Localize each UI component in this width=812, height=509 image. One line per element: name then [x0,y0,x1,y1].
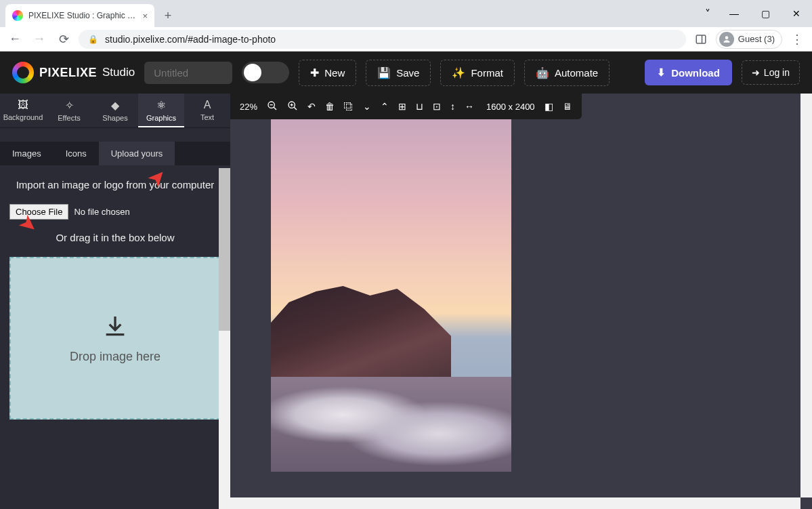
canvas-image[interactable] [271,119,511,472]
logo[interactable]: PIXELIXE Studio [12,62,135,83]
canvas-toolbar: 22% ↶ 🗑 ⿻ ⌄ ⌃ ⊞ ⊔ ⊡ ↕ ↔ 1600 x 2400 ◧ 🖥 [230,94,582,119]
reload-button[interactable]: ⟳ [54,30,73,49]
tab-text[interactable]: AText [184,94,230,127]
dropzone[interactable]: Drop image here [9,257,221,420]
window-controls: ˅ — ▢ ✕ [705,0,812,27]
vertical-scrollbar[interactable] [800,94,812,497]
address-bar: ← → ⟳ 🔒 studio.pixelixe.com/#add-image-t… [0,27,812,52]
cube-icon[interactable]: ◧ [544,101,553,112]
sub-tabs: Images Icons Upload yours [0,142,230,165]
download-icon: ⬇ [657,66,666,79]
graphics-icon: ⚛ [156,99,166,112]
minimize-button[interactable]: — [719,3,750,24]
app-header: PIXELIXE Studio ✚New 💾Save ✨Format 🤖Auto… [0,52,812,94]
login-button[interactable]: ➜Log in [742,60,800,85]
toggle-knob [244,64,261,81]
image-icon: 🖼 [18,99,28,111]
chevron-down-icon[interactable]: ˅ [705,7,710,20]
dropzone-label: Drop image here [70,350,161,364]
panel-icon[interactable] [691,30,710,49]
canvas-area[interactable]: 22% ↶ 🗑 ⿻ ⌄ ⌃ ⊞ ⊔ ⊡ ↕ ↔ 1600 x 2400 ◧ 🖥 [230,94,812,509]
guest-label: Guest (3) [738,34,775,44]
avatar-icon [719,32,734,47]
favicon [12,10,23,21]
lock-icon: 🔒 [88,35,98,44]
close-tab-icon[interactable]: × [142,11,148,21]
desktop-icon[interactable]: 🖥 [563,101,572,112]
new-button[interactable]: ✚New [299,60,356,86]
svg-rect-0 [696,35,706,43]
zoom-out-icon[interactable] [267,100,278,113]
trash-icon[interactable]: 🗑 [325,101,335,112]
save-button[interactable]: 💾Save [366,60,431,86]
canvas-dimensions: 1600 x 2400 [486,102,535,112]
back-button[interactable]: ← [5,30,24,49]
file-input-row: Choose File No file chosen [9,204,221,220]
tab-shapes[interactable]: ◆Shapes [92,94,138,127]
save-icon: 💾 [377,66,391,79]
crop-icon[interactable]: ⊡ [433,101,441,112]
new-tab-button[interactable]: + [158,6,177,25]
menu-button[interactable]: ⋮ [788,32,807,47]
tab-graphics[interactable]: ⚛Graphics [138,94,184,127]
logo-sub: Studio [102,66,135,79]
browser-tab-strip: PIXELIXE Studio : Graphic Crea × + ˅ — ▢… [0,0,812,27]
login-icon: ➜ [752,67,760,78]
tab-title: PIXELIXE Studio : Graphic Crea [28,11,137,20]
magnet-icon[interactable]: ⊔ [416,101,423,112]
resize-h-icon[interactable]: ↔ [465,101,474,112]
choose-file-button[interactable]: Choose File [9,204,68,220]
resize-v-icon[interactable]: ↕ [450,101,455,112]
move-up-icon[interactable]: ⌃ [381,101,389,112]
text-icon: A [204,99,211,111]
profile-button[interactable]: Guest (3) [716,30,782,49]
wand-icon: ✨ [452,66,465,79]
download-button[interactable]: ⬇Download [645,60,732,85]
undo-icon[interactable]: ↶ [307,101,316,112]
plus-icon: ✚ [310,66,319,79]
image-foam [271,377,511,472]
subtab-images[interactable]: Images [0,142,54,165]
move-down-icon[interactable]: ⌄ [363,101,371,112]
browser-tab[interactable]: PIXELIXE Studio : Graphic Crea × [5,4,154,27]
format-button[interactable]: ✨Format [440,60,515,86]
svg-line-4 [274,107,276,110]
logo-brand: PIXELIXE [39,66,97,80]
zoom-in-icon[interactable] [287,100,298,113]
sidebar: 🖼Background ✧Effects ◆Shapes ⚛Graphics A… [0,94,230,509]
tab-effects[interactable]: ✧Effects [46,94,92,127]
tab-background[interactable]: 🖼Background [0,94,46,127]
upload-heading: Import an image or logo from your comput… [9,178,221,192]
download-arrow-icon [102,313,129,340]
automate-button[interactable]: 🤖Automate [524,60,610,86]
sidebar-scrollbar[interactable] [219,168,230,509]
copy-icon[interactable]: ⿻ [344,101,354,112]
logo-icon [12,62,34,83]
subtab-upload[interactable]: Upload yours [99,142,175,165]
shapes-icon: ◆ [111,99,119,112]
robot-icon: 🤖 [536,66,549,79]
main-area: 🖼Background ✧Effects ◆Shapes ⚛Graphics A… [0,94,812,509]
url-text: studio.pixelixe.com/#add-image-to-photo [105,34,276,45]
sparkle-icon: ✧ [65,99,74,112]
scrollbar-thumb[interactable] [219,168,230,331]
tool-tabs: 🖼Background ✧Effects ◆Shapes ⚛Graphics A… [0,94,230,128]
svg-point-2 [725,36,728,39]
grid-icon[interactable]: ⊞ [398,101,406,112]
or-drag-label: Or drag it in the box below [9,232,221,243]
maximize-button[interactable]: ▢ [750,3,781,24]
no-file-label: No file chosen [74,207,129,217]
svg-line-7 [294,107,297,110]
zoom-level[interactable]: 22% [240,102,257,112]
document-title-input[interactable] [144,62,232,84]
url-field[interactable]: 🔒 studio.pixelixe.com/#add-image-to-phot… [79,30,686,49]
theme-toggle[interactable] [242,62,289,83]
subtab-icons[interactable]: Icons [54,142,99,165]
horizontal-scrollbar[interactable] [230,497,800,509]
upload-panel: Import an image or logo from your comput… [0,165,230,509]
close-window-button[interactable]: ✕ [781,3,812,24]
forward-button: → [30,30,49,49]
